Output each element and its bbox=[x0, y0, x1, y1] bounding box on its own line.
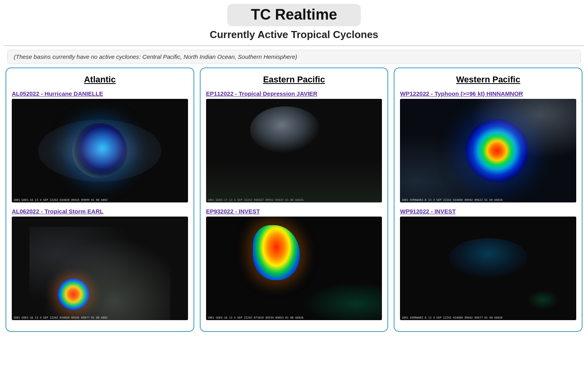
cyclone-link-al052022[interactable]: AL052022 - Hurricane DANIELLE bbox=[12, 90, 188, 97]
cyclone-entry-ep112022: EP112022 - Tropical Depression JAVIER100… bbox=[206, 90, 382, 202]
sat-image-wp122022[interactable]: 1001 HIMAWARI-8 13 4 SEP 2224Z 034600 09… bbox=[400, 99, 576, 202]
basin-card-western-pacific: Western PacificWP122022 - Typhoon (>=96 … bbox=[394, 67, 583, 332]
basin-title-western-pacific: Western Pacific bbox=[456, 75, 520, 85]
site-title: TC Realtime bbox=[251, 6, 337, 23]
cyclone-entry-wp122022: WP122022 - Typhoon (>=96 kt) HINNAMNOR10… bbox=[400, 90, 576, 202]
cyclone-entry-al062022: AL062022 - Tropical Storm EARL1001 GOES-… bbox=[12, 208, 188, 320]
cyclone-link-ep932022[interactable]: EP932022 - INVEST bbox=[206, 208, 382, 215]
img-caption-al062022: 1001 GOES-16 13 4 SEP 2224Z 034020 09191… bbox=[13, 316, 108, 319]
img-caption-ep932022: 1001 GOES-16 13 4 SEP 2224Z 071010 09339… bbox=[208, 316, 303, 319]
basin-title-eastern-pacific: Eastern Pacific bbox=[263, 75, 325, 85]
sat-image-al052022[interactable]: 1001 GOES-16 13 4 SEP 2224Z 034020 09415… bbox=[12, 99, 188, 202]
cyclone-entry-ep932022: EP932022 - INVEST1001 GOES-16 13 4 SEP 2… bbox=[206, 208, 382, 320]
basin-title-atlantic: Atlantic bbox=[84, 75, 116, 85]
img-caption-al052022: 1001 GOES-16 13 4 SEP 2224Z 034020 09415… bbox=[13, 199, 108, 202]
cyclone-link-wp122022[interactable]: WP122022 - Typhoon (>=96 kt) HINNAMNOR bbox=[400, 90, 576, 97]
header-divider bbox=[4, 46, 584, 46]
sat-image-wp912022[interactable]: 1001 HIMAWARI-8 13 4 SEP 2224Z 034600 09… bbox=[400, 217, 576, 320]
inactive-basins-notice: (These basins currently have no active c… bbox=[7, 50, 581, 64]
cyclone-link-wp912022[interactable]: WP912022 - INVEST bbox=[400, 208, 576, 215]
cyclone-link-al062022[interactable]: AL062022 - Tropical Storm EARL bbox=[12, 208, 188, 215]
cyclone-entry-al052022: AL052022 - Hurricane DANIELLE1001 GOES-1… bbox=[12, 90, 188, 202]
img-caption-wp122022: 1001 HIMAWARI-8 13 4 SEP 2224Z 034600 09… bbox=[402, 199, 502, 202]
cyclone-link-ep112022[interactable]: EP112022 - Tropical Depression JAVIER bbox=[206, 90, 382, 97]
img-caption-wp912022: 1001 HIMAWARI-8 13 4 SEP 2224Z 034600 09… bbox=[402, 316, 502, 319]
site-title-box: TC Realtime bbox=[227, 4, 361, 26]
sat-image-al062022[interactable]: 1001 GOES-16 13 4 SEP 2224Z 034020 09191… bbox=[12, 217, 188, 320]
sat-image-ep112022[interactable]: 1001 GOES-17 13 4 SEP 2224Z 084637 09912… bbox=[206, 99, 382, 202]
page-subtitle: Currently Active Tropical Cyclones bbox=[0, 29, 588, 41]
basins-container: AtlanticAL052022 - Hurricane DANIELLE100… bbox=[5, 67, 583, 332]
img-caption-ep112022: 1001 GOES-17 13 4 SEP 2224Z 084637 09912… bbox=[208, 199, 303, 202]
basin-card-atlantic: AtlanticAL052022 - Hurricane DANIELLE100… bbox=[5, 67, 194, 332]
sat-image-ep932022[interactable]: 1001 GOES-16 13 4 SEP 2224Z 071010 09339… bbox=[206, 217, 382, 320]
basin-card-eastern-pacific: Eastern PacificEP112022 - Tropical Depre… bbox=[200, 67, 389, 332]
cyclone-entry-wp912022: WP912022 - INVEST1001 HIMAWARI-8 13 4 SE… bbox=[400, 208, 576, 320]
header: TC Realtime Currently Active Tropical Cy… bbox=[0, 0, 588, 42]
